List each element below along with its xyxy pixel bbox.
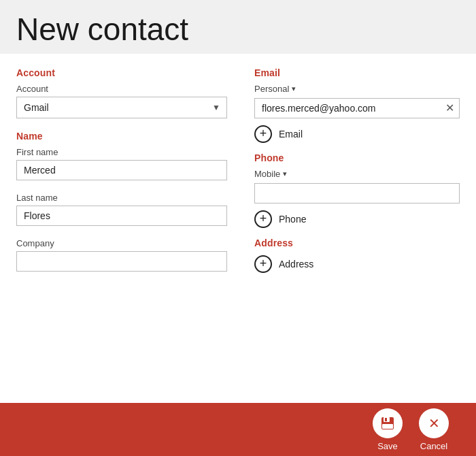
first-name-label: First name — [16, 147, 227, 157]
add-address-row[interactable]: + Address — [254, 255, 460, 273]
add-email-row[interactable]: + Email — [254, 125, 460, 143]
add-phone-icon: + — [254, 210, 272, 228]
cancel-button[interactable]: ✕ Cancel — [419, 408, 449, 451]
email-type-arrow-icon: ▾ — [292, 84, 296, 93]
svg-rect-2 — [385, 418, 387, 421]
first-name-group: First name — [16, 147, 227, 180]
phone-section: Phone Mobile ▾ + Phone — [254, 152, 460, 228]
add-email-label: Email — [279, 129, 303, 140]
cancel-icon: ✕ — [419, 408, 449, 438]
add-email-icon: + — [254, 125, 272, 143]
account-section-label: Account — [16, 67, 227, 78]
name-section-label: Name — [16, 131, 227, 142]
phone-section-label: Phone — [254, 152, 460, 163]
add-address-label: Address — [279, 259, 313, 270]
add-phone-label: Phone — [279, 214, 306, 225]
account-field-label: Account — [16, 84, 227, 94]
account-select-wrapper: Gmail Outlook Yahoo ▼ — [16, 97, 227, 118]
left-column: Account Account Gmail Outlook Yahoo ▼ Na… — [16, 67, 248, 389]
email-input[interactable] — [254, 98, 460, 118]
first-name-input[interactable] — [16, 160, 227, 180]
save-label: Save — [377, 441, 398, 451]
email-input-wrapper: ✕ — [254, 98, 460, 118]
clear-email-button[interactable]: ✕ — [445, 103, 454, 114]
company-input[interactable] — [16, 251, 227, 272]
company-label: Company — [16, 238, 227, 248]
last-name-label: Last name — [16, 193, 227, 203]
phone-type-label: Mobile — [254, 169, 280, 179]
cancel-label: Cancel — [420, 441, 447, 451]
bottom-bar: Save ✕ Cancel — [0, 403, 476, 456]
email-section: Email Personal ▾ ✕ + Email — [254, 67, 460, 143]
address-section-label: Address — [254, 238, 460, 248]
email-section-label: Email — [254, 67, 460, 78]
right-column: Email Personal ▾ ✕ + Email Phone Mobile — [248, 67, 460, 389]
save-icon — [373, 408, 403, 438]
email-type-label: Personal — [254, 84, 289, 94]
address-section: Address + Address — [254, 238, 460, 273]
account-section: Account Account Gmail Outlook Yahoo ▼ — [16, 67, 227, 118]
form-area: Account Account Gmail Outlook Yahoo ▼ Na… — [0, 54, 476, 403]
page-title: New contact — [16, 12, 460, 47]
account-select[interactable]: Gmail Outlook Yahoo — [16, 97, 227, 118]
phone-type-arrow-icon: ▾ — [283, 169, 287, 178]
save-button[interactable]: Save — [373, 408, 403, 451]
name-section: Name First name Last name Company — [16, 131, 227, 272]
page-header: New contact — [0, 0, 476, 54]
last-name-group: Last name — [16, 193, 227, 226]
svg-rect-3 — [382, 424, 393, 429]
account-field-group: Account Gmail Outlook Yahoo ▼ — [16, 84, 227, 118]
company-group: Company — [16, 238, 227, 272]
save-floppy-icon — [380, 416, 395, 431]
last-name-input[interactable] — [16, 206, 227, 226]
email-type-row: Personal ▾ — [254, 84, 460, 94]
phone-type-row: Mobile ▾ — [254, 169, 460, 179]
add-address-icon: + — [254, 255, 272, 273]
add-phone-row[interactable]: + Phone — [254, 210, 460, 228]
phone-input[interactable] — [254, 183, 460, 203]
